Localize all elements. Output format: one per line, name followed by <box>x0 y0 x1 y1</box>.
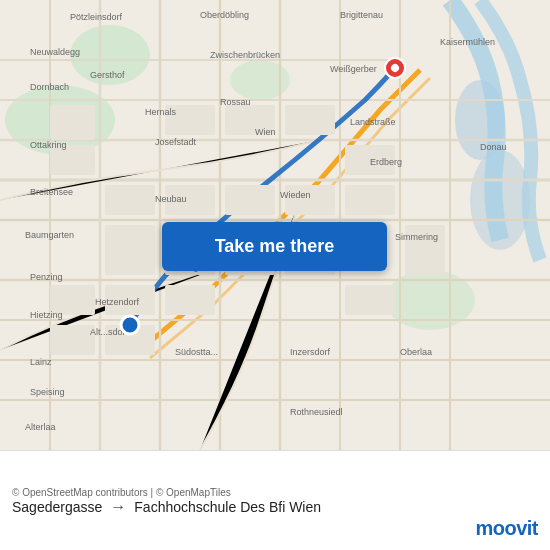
svg-text:Rossau: Rossau <box>220 97 251 107</box>
arrow-icon: → <box>110 498 126 516</box>
svg-text:Simmering: Simmering <box>395 232 438 242</box>
svg-text:Rothneusiedl: Rothneusiedl <box>290 407 343 417</box>
svg-rect-33 <box>345 185 395 215</box>
svg-text:Erdberg: Erdberg <box>370 157 402 167</box>
svg-rect-35 <box>50 325 95 355</box>
svg-text:Wien: Wien <box>255 127 276 137</box>
attribution-row: © OpenStreetMap contributors | © OpenMap… <box>12 487 538 498</box>
svg-text:Gersthof: Gersthof <box>90 70 125 80</box>
svg-text:Wieden: Wieden <box>280 190 311 200</box>
svg-text:Hetzendorf: Hetzendorf <box>95 297 140 307</box>
svg-text:Alterlaa: Alterlaa <box>25 422 56 432</box>
svg-rect-28 <box>105 225 155 275</box>
svg-text:Neubau: Neubau <box>155 194 187 204</box>
svg-text:Josefstadt: Josefstadt <box>155 137 197 147</box>
moovit-logo: moovit <box>475 517 538 540</box>
svg-text:Penzing: Penzing <box>30 272 63 282</box>
destination-label: Fachhochschule Des Bfi Wien <box>134 499 321 515</box>
svg-rect-45 <box>285 105 335 135</box>
svg-text:Pötzleinsdorf: Pötzleinsdorf <box>70 12 123 22</box>
origin-label: Sagedergasse <box>12 499 102 515</box>
svg-text:Dornbach: Dornbach <box>30 82 69 92</box>
svg-text:Neuwaldegg: Neuwaldegg <box>30 47 80 57</box>
svg-text:Weißgerber: Weißgerber <box>330 64 377 74</box>
svg-text:Hietzing: Hietzing <box>30 310 63 320</box>
svg-text:Donau: Donau <box>480 142 507 152</box>
svg-point-81 <box>121 316 139 334</box>
svg-rect-26 <box>225 185 275 215</box>
moovit-logo-text: moovit <box>475 517 538 539</box>
svg-text:Inzersdorf: Inzersdorf <box>290 347 331 357</box>
svg-rect-38 <box>165 285 215 315</box>
map-area: Neuwaldegg Pötzleinsdorf Oberdöbling Bri… <box>0 0 550 450</box>
svg-text:Baumgarten: Baumgarten <box>25 230 74 240</box>
svg-text:Oberlaa: Oberlaa <box>400 347 432 357</box>
bottom-bar: © OpenStreetMap contributors | © OpenMap… <box>0 450 550 550</box>
svg-text:Zwischenbrücken: Zwischenbrücken <box>210 50 280 60</box>
svg-text:Kaisermühlen: Kaisermühlen <box>440 37 495 47</box>
svg-rect-39 <box>345 285 395 315</box>
svg-text:Oberdöbling: Oberdöbling <box>200 10 249 20</box>
svg-text:Brigittenau: Brigittenau <box>340 10 383 20</box>
attribution-text: © OpenStreetMap contributors | © OpenMap… <box>12 487 231 498</box>
svg-text:Ottakring: Ottakring <box>30 140 67 150</box>
svg-text:Landstraße: Landstraße <box>350 117 396 127</box>
svg-rect-42 <box>50 105 95 140</box>
svg-text:Lainz: Lainz <box>30 357 52 367</box>
svg-text:Breitensee: Breitensee <box>30 187 73 197</box>
svg-text:Speising: Speising <box>30 387 65 397</box>
svg-text:Südostta...: Südostta... <box>175 347 218 357</box>
take-me-there-button[interactable]: Take me there <box>162 222 387 271</box>
svg-text:Hernals: Hernals <box>145 107 177 117</box>
app-container: Neuwaldegg Pötzleinsdorf Oberdöbling Bri… <box>0 0 550 550</box>
route-row: Sagedergasse → Fachhochschule Des Bfi Wi… <box>12 498 538 516</box>
svg-rect-24 <box>105 185 155 215</box>
